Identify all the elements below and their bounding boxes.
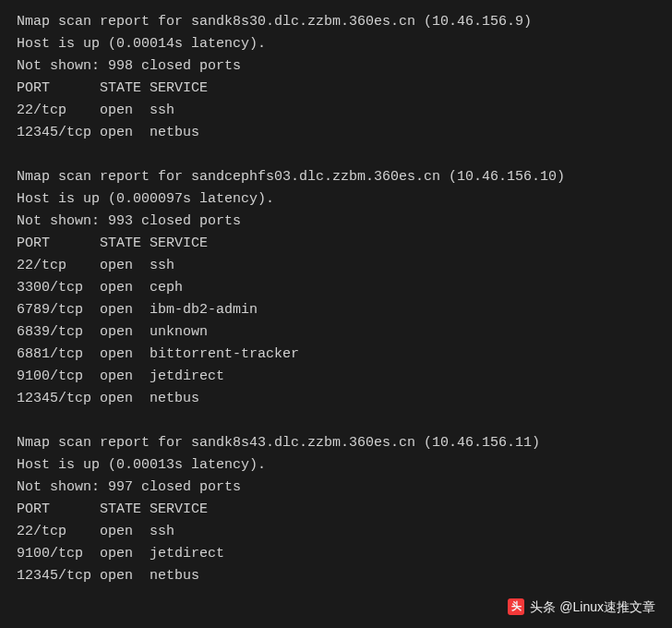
- port-table-row: 9100/tcp open jetdirect: [17, 543, 655, 565]
- host-status-line: Host is up (0.00013s latency).: [17, 454, 655, 477]
- port-table-header: PORT STATE SERVICE: [17, 78, 655, 100]
- scan-report-block: Nmap scan report for sandk8s43.dlc.zzbm.…: [17, 432, 655, 587]
- port-table-row: 9100/tcp open jetdirect: [17, 366, 655, 388]
- port-table-row: 12345/tcp open netbus: [17, 565, 655, 587]
- scan-report-header: Nmap scan report for sandk8s43.dlc.zzbm.…: [17, 432, 655, 454]
- port-table-header: PORT STATE SERVICE: [17, 233, 655, 255]
- port-table-row: 6881/tcp open bittorrent-tracker: [17, 344, 655, 366]
- terminal-output: Nmap scan report for sandk8s30.dlc.zzbm.…: [17, 11, 655, 587]
- port-table-row: 22/tcp open ssh: [17, 521, 655, 543]
- port-table-row: 12345/tcp open netbus: [17, 388, 655, 410]
- scan-report-header: Nmap scan report for sandcephfs03.dlc.zz…: [17, 166, 655, 188]
- port-table-row: 3300/tcp open ceph: [17, 277, 655, 299]
- port-table-row: 12345/tcp open netbus: [17, 122, 655, 144]
- scan-report-header: Nmap scan report for sandk8s30.dlc.zzbm.…: [17, 11, 655, 33]
- watermark: 头 头条 @Linux速推文章: [508, 597, 655, 617]
- port-table-row: 6789/tcp open ibm-db2-admin: [17, 299, 655, 321]
- not-shown-line: Not shown: 998 closed ports: [17, 55, 655, 78]
- port-table-header: PORT STATE SERVICE: [17, 499, 655, 521]
- port-table-row: 22/tcp open ssh: [17, 100, 655, 122]
- port-table-row: 6839/tcp open unknown: [17, 321, 655, 344]
- toutiao-icon: 头: [508, 598, 524, 615]
- scan-report-block: Nmap scan report for sandk8s30.dlc.zzbm.…: [17, 11, 655, 144]
- scan-report-block: Nmap scan report for sandcephfs03.dlc.zz…: [17, 166, 655, 410]
- host-status-line: Host is up (0.00014s latency).: [17, 33, 655, 55]
- watermark-label: 头条 @Linux速推文章: [530, 597, 655, 617]
- not-shown-line: Not shown: 993 closed ports: [17, 211, 655, 233]
- host-status-line: Host is up (0.000097s latency).: [17, 188, 655, 211]
- not-shown-line: Not shown: 997 closed ports: [17, 477, 655, 499]
- port-table-row: 22/tcp open ssh: [17, 255, 655, 277]
